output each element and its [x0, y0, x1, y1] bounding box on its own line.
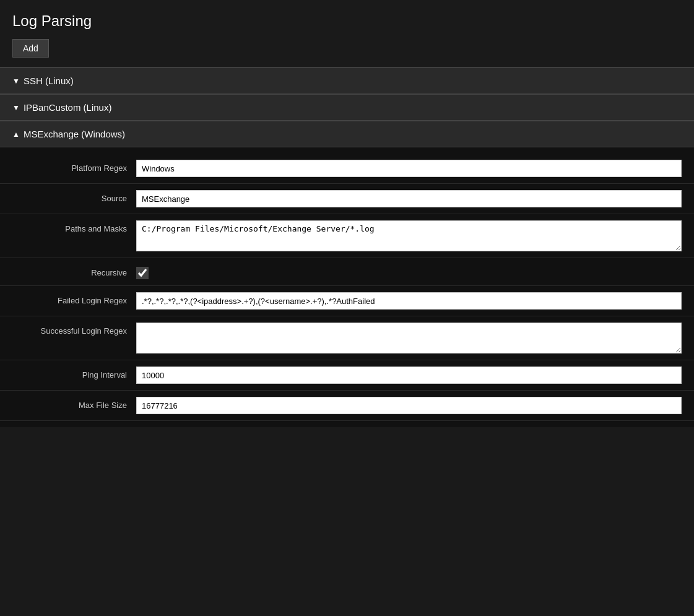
msexchange-expanded-section: Platform Regex Source Paths and Masks C:… — [0, 147, 694, 427]
ssh-linux-label: SSH (Linux) — [24, 76, 74, 86]
platform-regex-row: Platform Regex — [0, 154, 694, 184]
ping-interval-input[interactable] — [136, 367, 682, 384]
section-header-ssh-linux[interactable]: ▼ SSH (Linux) — [0, 67, 694, 94]
source-row: Source — [0, 184, 694, 214]
max-file-size-row: Max File Size — [0, 391, 694, 421]
source-input[interactable] — [136, 190, 682, 207]
ping-interval-label: Ping Interval — [12, 367, 136, 380]
section-header-ipbancustom-linux[interactable]: ▼ IPBanCustom (Linux) — [0, 94, 694, 121]
platform-regex-input[interactable] — [136, 160, 682, 177]
ssh-linux-arrow: ▼ — [12, 77, 20, 85]
max-file-size-label: Max File Size — [12, 397, 136, 410]
msexchange-windows-label: MSExchange (Windows) — [24, 129, 125, 139]
page-title: Log Parsing — [0, 0, 694, 39]
paths-and-masks-row: Paths and Masks C:/Program Files/Microso… — [0, 214, 694, 258]
failed-login-regex-input[interactable] — [136, 292, 682, 310]
section-header-msexchange-windows[interactable]: ▲ MSExchange (Windows) — [0, 121, 694, 147]
ipbancustom-linux-arrow: ▼ — [12, 103, 20, 112]
recursive-checkbox[interactable] — [136, 267, 149, 279]
platform-regex-label: Platform Regex — [12, 160, 136, 173]
source-label: Source — [12, 190, 136, 203]
ipbancustom-linux-label: IPBanCustom (Linux) — [24, 102, 112, 113]
recursive-checkbox-container — [136, 264, 149, 279]
paths-and-masks-label: Paths and Masks — [12, 220, 136, 233]
failed-login-regex-row: Failed Login Regex — [0, 286, 694, 316]
recursive-label: Recursive — [12, 264, 136, 277]
msexchange-windows-arrow: ▲ — [12, 130, 20, 139]
max-file-size-input[interactable] — [136, 397, 682, 414]
failed-login-regex-label: Failed Login Regex — [12, 292, 136, 305]
ping-interval-row: Ping Interval — [0, 360, 694, 391]
recursive-row: Recursive — [0, 258, 694, 286]
paths-and-masks-input[interactable]: C:/Program Files/Microsoft/Exchange Serv… — [136, 220, 682, 251]
successful-login-regex-row: Successful Login Regex — [0, 316, 694, 360]
successful-login-regex-label: Successful Login Regex — [12, 323, 136, 336]
add-button[interactable]: Add — [12, 39, 49, 58]
successful-login-regex-input[interactable] — [136, 323, 682, 354]
